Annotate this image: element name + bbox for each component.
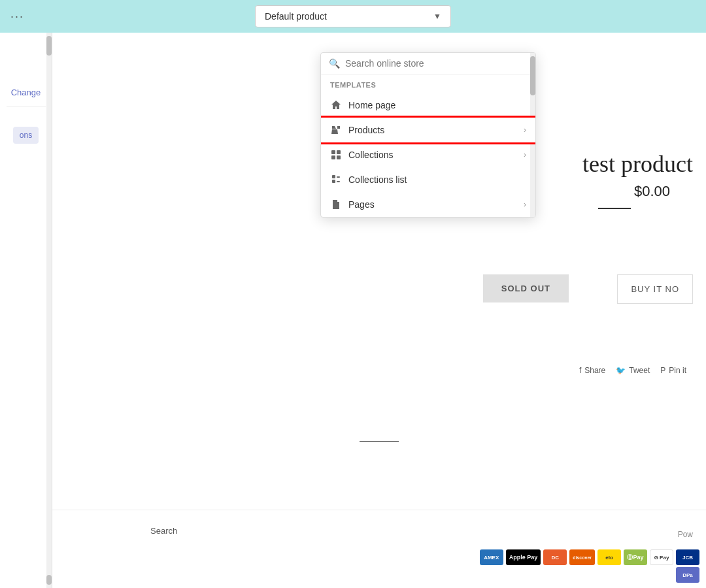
sidebar-divider xyxy=(7,106,46,107)
top-bar: ··· Default product ▼ xyxy=(0,0,706,33)
menu-item-home-page[interactable]: Home page xyxy=(321,93,535,118)
svg-rect-4 xyxy=(332,175,335,178)
template-dropdown-menu: 🔍 TEMPLATES Home page Products › Collect… xyxy=(320,52,536,218)
page-divider xyxy=(360,441,399,442)
footer-powered-text: Pow xyxy=(678,530,693,539)
search-icon: 🔍 xyxy=(329,58,340,69)
dropdown-selected-value: Default product xyxy=(265,11,327,22)
search-box: 🔍 xyxy=(321,53,535,74)
products-arrow-icon: › xyxy=(524,125,526,135)
svg-rect-7 xyxy=(337,181,340,182)
twitter-icon: 🐦 xyxy=(616,366,626,375)
scrollbar-thumb-bottom xyxy=(46,575,52,585)
menu-item-pages-label: Pages xyxy=(348,199,375,210)
menu-item-collections-list-label: Collections list xyxy=(348,174,407,185)
product-title: test product xyxy=(582,150,693,178)
share-label: Share xyxy=(584,366,605,375)
collections-icon xyxy=(330,149,342,161)
payment-elo: elo xyxy=(597,549,621,565)
menu-item-pages[interactable]: Pages › xyxy=(321,192,535,217)
menu-item-collections[interactable]: Collections › xyxy=(321,142,535,167)
collections-list-icon xyxy=(330,174,342,186)
payment-amex: AMEX xyxy=(480,549,503,565)
price-divider xyxy=(598,208,631,209)
home-page-icon xyxy=(330,99,342,111)
search-input[interactable] xyxy=(345,58,528,69)
change-button[interactable]: Change xyxy=(7,85,45,100)
buy-it-now-button[interactable]: BUY IT NO xyxy=(617,274,693,304)
templates-section-label: TEMPLATES xyxy=(321,74,535,93)
menu-item-products-label: Products xyxy=(348,125,384,135)
dropdown-arrow-icon: ▼ xyxy=(433,12,441,21)
footer-search-link[interactable]: Search xyxy=(150,526,177,536)
pin-label: Pin it xyxy=(669,366,686,375)
payment-shopifypay: ⓪Pay xyxy=(624,549,647,565)
collections-arrow-icon: › xyxy=(524,150,526,159)
social-share-row: f Share 🐦 Tweet P Pin it xyxy=(579,366,686,375)
svg-rect-3 xyxy=(337,155,341,159)
facebook-icon: f xyxy=(579,366,581,375)
products-icon xyxy=(330,124,342,136)
footer-area: Search Pow AMEX Apple Pay DC discover el… xyxy=(52,510,706,588)
menu-item-collections-label: Collections xyxy=(348,150,393,160)
svg-rect-2 xyxy=(331,155,335,159)
template-dropdown[interactable]: Default product ▼ xyxy=(255,5,451,27)
share-pinterest[interactable]: P Pin it xyxy=(660,366,686,375)
pages-icon xyxy=(330,199,342,210)
payment-discover: discover xyxy=(569,549,595,565)
share-facebook[interactable]: f Share xyxy=(579,366,605,375)
dropdown-scrollbar-thumb xyxy=(530,56,535,95)
product-price: $0.00 xyxy=(634,183,670,200)
payment-applepay: Apple Pay xyxy=(506,549,541,565)
svg-rect-5 xyxy=(332,180,335,183)
left-sidebar: Change ons xyxy=(0,33,52,588)
sidebar-scrollbar[interactable] xyxy=(46,33,52,588)
svg-rect-1 xyxy=(337,150,341,154)
payment-gpay: G Pay xyxy=(650,549,673,565)
menu-item-home-page-label: Home page xyxy=(348,100,395,110)
svg-rect-6 xyxy=(337,176,340,178)
share-twitter[interactable]: 🐦 Tweet xyxy=(616,366,650,375)
tweet-label: Tweet xyxy=(629,366,650,375)
svg-rect-0 xyxy=(331,150,335,154)
menu-dots[interactable]: ··· xyxy=(10,10,24,24)
payment-diners: DC xyxy=(543,549,567,565)
sold-out-button[interactable]: SOLD OUT xyxy=(483,274,569,302)
sidebar-tab-label[interactable]: ons xyxy=(13,127,39,144)
menu-item-collections-list[interactable]: Collections list xyxy=(321,167,535,192)
pinterest-icon: P xyxy=(660,366,665,375)
menu-item-products[interactable]: Products › xyxy=(321,118,535,142)
payment-icons-row2: DPa xyxy=(676,567,699,583)
payment-dpay: DPa xyxy=(676,567,699,583)
scrollbar-thumb-top xyxy=(46,36,52,56)
payment-icons-row1: AMEX Apple Pay DC discover elo ⓪Pay G Pa… xyxy=(480,549,699,565)
pages-arrow-icon: › xyxy=(524,200,526,209)
payment-jcb: JCB xyxy=(676,549,699,565)
